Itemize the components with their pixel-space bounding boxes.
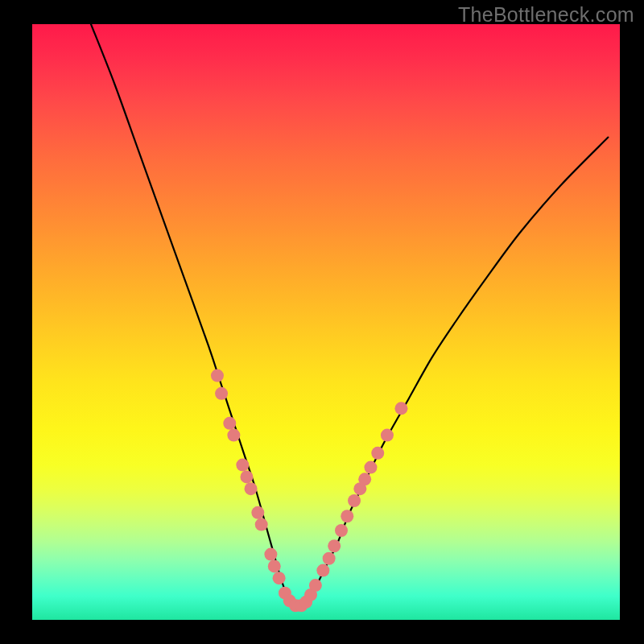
marker-dot (381, 429, 394, 442)
marker-dot (371, 447, 384, 460)
marker-dot (240, 470, 253, 483)
marker-dot (215, 387, 228, 400)
watermark-text: TheBottleneck.com (458, 3, 634, 27)
marker-dot (364, 461, 377, 474)
marker-dot (358, 473, 371, 485)
plot-area (32, 24, 620, 620)
marker-dot (328, 539, 341, 552)
marker-dot (251, 506, 264, 519)
marker-dot (245, 482, 258, 495)
outer-frame: TheBottleneck.com (0, 0, 644, 644)
marker-dot (264, 548, 277, 561)
marker-dot (309, 579, 322, 592)
marker-dot (227, 429, 240, 442)
marker-dot (255, 518, 268, 531)
marker-dot (323, 552, 336, 565)
marker-dot (211, 369, 224, 382)
marker-dot (341, 510, 353, 522)
marker-dot (273, 572, 286, 584)
marker-dot (236, 459, 249, 472)
marker-dot (348, 494, 361, 507)
marker-dot (223, 417, 236, 430)
highlight-markers (211, 369, 407, 613)
marker-dot (335, 524, 348, 537)
chart-svg (32, 24, 620, 620)
marker-dot (316, 564, 329, 577)
marker-dot (268, 559, 281, 572)
marker-dot (394, 402, 407, 415)
